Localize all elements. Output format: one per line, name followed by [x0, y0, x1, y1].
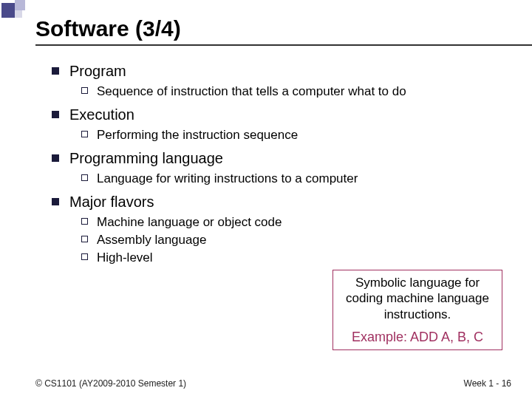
content-area: Program Sequence of instruction that tel…	[52, 63, 510, 355]
bullet-programming-language: Programming language	[52, 150, 510, 167]
square-bullet-icon	[52, 154, 59, 162]
subbullet: Sequence of instruction that tells a com…	[81, 84, 510, 99]
bullet-label: Major flavors	[69, 194, 154, 211]
callout-description: Symbolic language for coding machine lan…	[339, 275, 496, 322]
title-area: Software (3/4)	[35, 16, 517, 44]
bullet-label: Programming language	[69, 150, 223, 167]
hollow-square-icon	[81, 236, 88, 242]
subbullet-text: High-level	[97, 250, 153, 265]
square-bullet-icon	[52, 111, 59, 118]
subbullet: Language for writing instructions to a c…	[81, 171, 510, 186]
square-bullet-icon	[52, 198, 59, 205]
footer-copyright: © CS1101 (AY2009-2010 Semester 1)	[35, 378, 186, 389]
hollow-square-icon	[81, 174, 88, 181]
subbullet: Assembly language	[81, 233, 510, 248]
hollow-square-icon	[81, 218, 88, 225]
bullet-label: Execution	[69, 106, 134, 123]
hollow-square-icon	[81, 87, 88, 94]
hollow-square-icon	[81, 131, 88, 137]
subbullet-text: Sequence of instruction that tells a com…	[97, 84, 406, 99]
callout-example: Example: ADD A, B, C	[339, 330, 496, 345]
bullet-major-flavors: Major flavors	[52, 194, 510, 211]
subbullet: Performing the instruction sequence	[81, 128, 510, 143]
callout-box: Symbolic language for coding machine lan…	[332, 270, 502, 350]
footer: © CS1101 (AY2009-2010 Semester 1) Week 1…	[35, 378, 511, 389]
square-bullet-icon	[52, 67, 59, 75]
subbullet-text: Performing the instruction sequence	[97, 128, 298, 143]
subbullet: Machine language or object code	[81, 215, 510, 230]
subbullet-text: Language for writing instructions to a c…	[97, 171, 358, 186]
subbullet-text: Machine language or object code	[97, 215, 282, 230]
subbullet: High-level	[81, 250, 510, 265]
slide-title: Software (3/4)	[35, 16, 517, 44]
hollow-square-icon	[81, 253, 88, 260]
bullet-label: Program	[69, 63, 126, 80]
bullet-execution: Execution	[52, 106, 510, 123]
subbullet-text: Assembly language	[97, 233, 206, 248]
footer-page-number: Week 1 - 16	[464, 378, 511, 389]
bullet-program: Program	[52, 63, 510, 80]
